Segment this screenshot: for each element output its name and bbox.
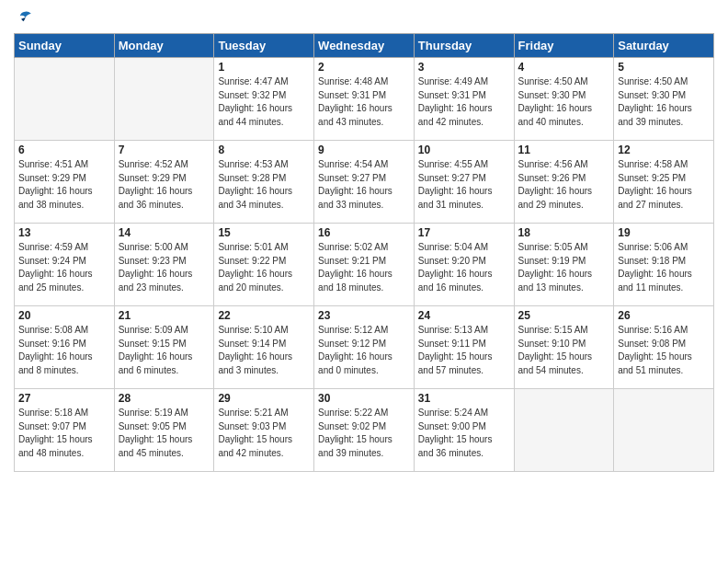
calendar-cell: 4Sunrise: 4:50 AMSunset: 9:30 PMDaylight… xyxy=(514,58,614,141)
calendar-cell: 3Sunrise: 4:49 AMSunset: 9:31 PMDaylight… xyxy=(414,58,514,141)
day-number: 4 xyxy=(518,61,610,74)
day-info: Sunrise: 5:04 AMSunset: 9:20 PMDaylight:… xyxy=(418,241,510,294)
calendar-cell: 13Sunrise: 4:59 AMSunset: 9:24 PMDayligh… xyxy=(15,224,115,306)
calendar-week-3: 13Sunrise: 4:59 AMSunset: 9:24 PMDayligh… xyxy=(15,224,714,306)
calendar-col-thursday: Thursday xyxy=(414,34,514,58)
day-info: Sunrise: 5:01 AMSunset: 9:22 PMDaylight:… xyxy=(218,241,310,294)
calendar-cell: 19Sunrise: 5:06 AMSunset: 9:18 PMDayligh… xyxy=(614,224,714,306)
day-number: 5 xyxy=(618,61,710,74)
day-info: Sunrise: 5:18 AMSunset: 9:07 PMDaylight:… xyxy=(18,407,110,460)
day-info: Sunrise: 5:12 AMSunset: 9:12 PMDaylight:… xyxy=(318,324,410,377)
day-number: 7 xyxy=(119,144,210,156)
day-number: 3 xyxy=(418,61,510,74)
day-number: 26 xyxy=(618,309,710,322)
calendar-week-1: 1Sunrise: 4:47 AMSunset: 9:32 PMDaylight… xyxy=(15,58,714,141)
day-number: 2 xyxy=(318,61,410,74)
day-number: 31 xyxy=(418,392,510,405)
calendar-col-friday: Friday xyxy=(514,34,614,58)
calendar-col-tuesday: Tuesday xyxy=(214,34,314,58)
header xyxy=(14,9,714,26)
calendar-cell: 25Sunrise: 5:15 AMSunset: 9:10 PMDayligh… xyxy=(514,306,614,389)
day-number: 11 xyxy=(518,144,610,156)
day-info: Sunrise: 4:55 AMSunset: 9:27 PMDaylight:… xyxy=(418,158,510,212)
calendar-cell: 18Sunrise: 5:05 AMSunset: 9:19 PMDayligh… xyxy=(514,224,614,306)
day-number: 20 xyxy=(18,309,110,322)
calendar-cell: 14Sunrise: 5:00 AMSunset: 9:23 PMDayligh… xyxy=(114,224,214,306)
day-number: 10 xyxy=(418,144,510,156)
day-info: Sunrise: 5:24 AMSunset: 9:00 PMDaylight:… xyxy=(418,407,510,460)
calendar-cell: 8Sunrise: 4:53 AMSunset: 9:28 PMDaylight… xyxy=(214,141,314,224)
day-info: Sunrise: 5:19 AMSunset: 9:05 PMDaylight:… xyxy=(119,407,210,460)
calendar-cell: 7Sunrise: 4:52 AMSunset: 9:29 PMDaylight… xyxy=(114,141,214,224)
calendar-cell: 12Sunrise: 4:58 AMSunset: 9:25 PMDayligh… xyxy=(614,141,714,224)
calendar-col-wednesday: Wednesday xyxy=(314,34,415,58)
calendar-header-row: SundayMondayTuesdayWednesdayThursdayFrid… xyxy=(15,34,714,58)
calendar-cell: 9Sunrise: 4:54 AMSunset: 9:27 PMDaylight… xyxy=(314,141,415,224)
calendar-cell xyxy=(514,389,614,472)
calendar-cell xyxy=(114,58,214,141)
calendar-week-4: 20Sunrise: 5:08 AMSunset: 9:16 PMDayligh… xyxy=(15,306,714,389)
calendar-col-monday: Monday xyxy=(114,34,214,58)
calendar-cell: 29Sunrise: 5:21 AMSunset: 9:03 PMDayligh… xyxy=(214,389,314,472)
day-info: Sunrise: 4:52 AMSunset: 9:29 PMDaylight:… xyxy=(119,158,210,212)
calendar-cell: 5Sunrise: 4:50 AMSunset: 9:30 PMDaylight… xyxy=(614,58,714,141)
calendar-cell: 23Sunrise: 5:12 AMSunset: 9:12 PMDayligh… xyxy=(314,306,415,389)
day-number: 22 xyxy=(218,309,310,322)
day-number: 27 xyxy=(18,392,110,405)
day-info: Sunrise: 5:15 AMSunset: 9:10 PMDaylight:… xyxy=(518,324,610,377)
calendar-cell: 15Sunrise: 5:01 AMSunset: 9:22 PMDayligh… xyxy=(214,224,314,306)
day-number: 8 xyxy=(218,144,310,156)
day-info: Sunrise: 4:48 AMSunset: 9:31 PMDaylight:… xyxy=(318,75,410,129)
day-info: Sunrise: 4:49 AMSunset: 9:31 PMDaylight:… xyxy=(418,75,510,129)
calendar-cell xyxy=(15,58,115,141)
day-number: 1 xyxy=(218,61,310,74)
day-number: 14 xyxy=(119,226,210,239)
calendar-cell: 11Sunrise: 4:56 AMSunset: 9:26 PMDayligh… xyxy=(514,141,614,224)
day-info: Sunrise: 4:47 AMSunset: 9:32 PMDaylight:… xyxy=(218,75,310,129)
day-number: 15 xyxy=(218,226,310,239)
day-info: Sunrise: 4:59 AMSunset: 9:24 PMDaylight:… xyxy=(18,241,110,294)
page-container: SundayMondayTuesdayWednesdayThursdayFrid… xyxy=(0,0,728,481)
day-info: Sunrise: 5:02 AMSunset: 9:21 PMDaylight:… xyxy=(318,241,410,294)
calendar-week-2: 6Sunrise: 4:51 AMSunset: 9:29 PMDaylight… xyxy=(15,141,714,224)
calendar-cell: 16Sunrise: 5:02 AMSunset: 9:21 PMDayligh… xyxy=(314,224,415,306)
day-number: 12 xyxy=(618,144,710,156)
day-info: Sunrise: 5:09 AMSunset: 9:15 PMDaylight:… xyxy=(119,324,210,377)
calendar-col-sunday: Sunday xyxy=(15,34,115,58)
calendar-cell: 28Sunrise: 5:19 AMSunset: 9:05 PMDayligh… xyxy=(114,389,214,472)
calendar-cell xyxy=(614,389,714,472)
day-number: 19 xyxy=(618,226,710,239)
day-info: Sunrise: 5:16 AMSunset: 9:08 PMDaylight:… xyxy=(618,324,710,377)
calendar-cell: 2Sunrise: 4:48 AMSunset: 9:31 PMDaylight… xyxy=(314,58,415,141)
day-info: Sunrise: 4:58 AMSunset: 9:25 PMDaylight:… xyxy=(618,158,710,212)
day-info: Sunrise: 5:00 AMSunset: 9:23 PMDaylight:… xyxy=(119,241,210,294)
day-info: Sunrise: 5:21 AMSunset: 9:03 PMDaylight:… xyxy=(218,407,310,460)
day-number: 16 xyxy=(318,226,410,239)
calendar-cell: 6Sunrise: 4:51 AMSunset: 9:29 PMDaylight… xyxy=(15,141,115,224)
day-info: Sunrise: 4:54 AMSunset: 9:27 PMDaylight:… xyxy=(318,158,410,212)
day-number: 25 xyxy=(518,309,610,322)
day-info: Sunrise: 5:22 AMSunset: 9:02 PMDaylight:… xyxy=(318,407,410,460)
day-number: 30 xyxy=(318,392,410,405)
day-number: 21 xyxy=(119,309,210,322)
calendar-cell: 10Sunrise: 4:55 AMSunset: 9:27 PMDayligh… xyxy=(414,141,514,224)
calendar-cell: 30Sunrise: 5:22 AMSunset: 9:02 PMDayligh… xyxy=(314,389,415,472)
day-number: 28 xyxy=(119,392,210,405)
calendar-table: SundayMondayTuesdayWednesdayThursdayFrid… xyxy=(14,33,714,472)
day-info: Sunrise: 4:51 AMSunset: 9:29 PMDaylight:… xyxy=(18,158,110,212)
day-info: Sunrise: 5:06 AMSunset: 9:18 PMDaylight:… xyxy=(618,241,710,294)
calendar-cell: 21Sunrise: 5:09 AMSunset: 9:15 PMDayligh… xyxy=(114,306,214,389)
day-info: Sunrise: 5:13 AMSunset: 9:11 PMDaylight:… xyxy=(418,324,510,377)
day-number: 18 xyxy=(518,226,610,239)
calendar-week-5: 27Sunrise: 5:18 AMSunset: 9:07 PMDayligh… xyxy=(15,389,714,472)
logo xyxy=(14,9,32,26)
day-info: Sunrise: 5:05 AMSunset: 9:19 PMDaylight:… xyxy=(518,241,610,294)
day-number: 17 xyxy=(418,226,510,239)
day-number: 13 xyxy=(18,226,110,239)
calendar-cell: 31Sunrise: 5:24 AMSunset: 9:00 PMDayligh… xyxy=(414,389,514,472)
calendar-cell: 20Sunrise: 5:08 AMSunset: 9:16 PMDayligh… xyxy=(15,306,115,389)
calendar-cell: 22Sunrise: 5:10 AMSunset: 9:14 PMDayligh… xyxy=(214,306,314,389)
day-info: Sunrise: 4:50 AMSunset: 9:30 PMDaylight:… xyxy=(618,75,710,129)
calendar-cell: 27Sunrise: 5:18 AMSunset: 9:07 PMDayligh… xyxy=(15,389,115,472)
logo-bird-icon xyxy=(16,9,32,26)
